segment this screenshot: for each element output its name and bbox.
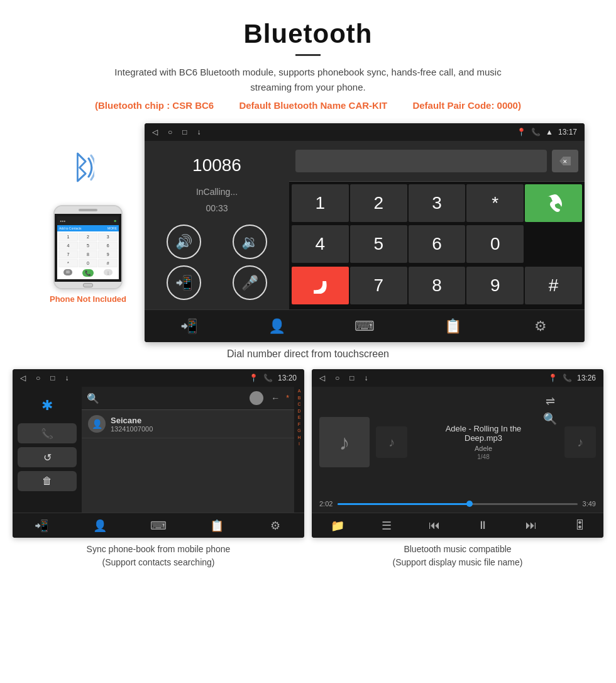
pb-nav-calls[interactable]: 📲 bbox=[26, 513, 57, 538]
music-home-icon[interactable]: ○ bbox=[335, 374, 339, 382]
pb-letter-e[interactable]: E bbox=[294, 414, 304, 421]
specs-line: (Bluetooth chip : CSR BC6 Default Blueto… bbox=[13, 100, 603, 111]
home-nav-icon[interactable]: ○ bbox=[168, 128, 172, 136]
key-5[interactable]: 5 bbox=[350, 225, 407, 263]
music-nav-prev[interactable]: ⏮ bbox=[429, 519, 440, 532]
music-nav-folder[interactable]: 📁 bbox=[331, 519, 344, 533]
pb-call-icon: 📞 bbox=[263, 374, 273, 382]
back-nav-icon[interactable]: ◁ bbox=[152, 128, 158, 136]
pb-search-icon: 🔍 bbox=[87, 392, 99, 404]
key-zero[interactable]: 0 bbox=[466, 225, 524, 263]
pb-back-icon[interactable]: ◁ bbox=[20, 374, 26, 382]
shuffle-icon[interactable]: ⇌ bbox=[546, 394, 555, 408]
pb-letter-c[interactable]: C bbox=[294, 401, 304, 408]
key-1[interactable]: 1 bbox=[292, 184, 349, 222]
bottom-nav: 📲 👤 ⌨ 📋 ⚙ bbox=[145, 309, 585, 342]
pb-letter-h[interactable]: H bbox=[294, 435, 304, 441]
pb-main: 🔍 ← * 👤 Seicane 13241007000 bbox=[82, 387, 294, 513]
call-status-icon: 📞 bbox=[531, 128, 541, 136]
wifi-icon: ▲ bbox=[546, 128, 553, 136]
pb-bluetooth-icon: ✱ bbox=[36, 394, 58, 417]
key-8[interactable]: 8 bbox=[409, 267, 466, 304]
key-7[interactable]: 7 bbox=[350, 267, 407, 304]
pb-circle bbox=[250, 391, 263, 405]
album-art-main: ♪ bbox=[319, 417, 370, 467]
pb-home-icon[interactable]: ○ bbox=[36, 374, 40, 382]
nav-contacts-icon[interactable]: 👤 bbox=[261, 314, 292, 339]
call-button[interactable] bbox=[525, 184, 582, 222]
music-album-area: ♪ ♪ bbox=[319, 394, 424, 490]
car-android-screen: ◁ ○ □ ↓ 📍 📞 ▲ 13:17 10086 InCalling... 0… bbox=[145, 123, 585, 342]
pb-nav-keypad[interactable]: ⌨ bbox=[143, 513, 174, 538]
numpad: 1 2 3 * 4 5 6 0 bbox=[289, 182, 585, 310]
transfer-button[interactable]: 📲 bbox=[167, 265, 201, 300]
pb-status-bar: ◁ ○ □ ↓ 📍 📞 13:20 bbox=[13, 369, 304, 387]
artist-name: Adele bbox=[475, 445, 492, 452]
end-call-button[interactable] bbox=[292, 267, 349, 304]
music-back-icon[interactable]: ◁ bbox=[319, 374, 325, 382]
pb-letter-a[interactable]: A bbox=[294, 388, 304, 395]
pb-back-arrow-icon[interactable]: ← bbox=[271, 393, 280, 403]
key-star[interactable]: * bbox=[466, 184, 524, 222]
music-square-icon[interactable]: □ bbox=[349, 374, 354, 382]
music-info: Adele - Rolling In the Deep.mp3 Adele 1/… bbox=[431, 394, 536, 490]
pb-nav-settings[interactable]: ⚙ bbox=[260, 513, 291, 538]
pb-letter-b[interactable]: B bbox=[294, 395, 304, 402]
pb-contact-name: Seicane bbox=[111, 416, 153, 425]
number-input-field[interactable] bbox=[295, 150, 547, 172]
header-divider bbox=[295, 54, 321, 56]
pb-nav-contacts[interactable]: 👤 bbox=[84, 513, 116, 538]
music-note-icon: ♪ bbox=[339, 430, 350, 455]
nav-keypad-icon[interactable]: ⌨ bbox=[349, 314, 380, 339]
music-car-screen: ◁ ○ □ ↓ 📍 📞 13:26 ♪ ♪ bbox=[312, 369, 603, 538]
music-nav-eq[interactable]: 🎛 bbox=[574, 519, 585, 532]
key-3[interactable]: 3 bbox=[409, 184, 466, 222]
dial-screen: 10086 InCalling... 00:33 🔊 🔉 📲 🎤 bbox=[145, 141, 585, 309]
nav-calls-icon[interactable]: 📲 bbox=[173, 314, 204, 339]
key-9[interactable]: 9 bbox=[466, 267, 524, 304]
pb-phone-btn[interactable]: 📞 bbox=[18, 423, 77, 443]
time-current: 2:02 bbox=[319, 500, 333, 508]
backspace-button[interactable]: ✕ bbox=[552, 150, 578, 172]
pb-contact-info: Seicane 13241007000 bbox=[111, 416, 153, 433]
volume-up-button[interactable]: 🔊 bbox=[167, 225, 201, 259]
key-2[interactable]: 2 bbox=[350, 184, 407, 222]
pb-letter-g[interactable]: G bbox=[294, 428, 304, 435]
pb-letter-d[interactable]: D bbox=[294, 408, 304, 415]
progress-section: 2:02 3:49 bbox=[312, 497, 603, 513]
progress-track[interactable] bbox=[338, 503, 577, 505]
call-timer: 00:33 bbox=[154, 203, 280, 213]
key-6[interactable]: 6 bbox=[409, 225, 466, 263]
phonebook-caption: Sync phone-book from mobile phone(Suppor… bbox=[87, 543, 231, 569]
pb-letter-i[interactable]: I bbox=[294, 441, 304, 448]
pb-contact-item[interactable]: 👤 Seicane 13241007000 bbox=[82, 410, 294, 438]
pb-nav-transfer[interactable]: 📋 bbox=[201, 513, 233, 538]
song-title: Adele - Rolling In the Deep.mp3 bbox=[431, 424, 536, 443]
input-row: ✕ bbox=[289, 141, 585, 182]
music-call-icon: 📞 bbox=[563, 374, 572, 382]
music-nav-play[interactable]: ⏸ bbox=[477, 519, 488, 532]
status-left: ◁ ○ □ ↓ bbox=[152, 128, 201, 136]
music-loc-icon: 📍 bbox=[548, 374, 558, 382]
track-count: 1/48 bbox=[477, 453, 489, 460]
pb-letter-f[interactable]: F bbox=[294, 421, 304, 428]
mute-button[interactable]: 🎤 bbox=[233, 265, 267, 300]
pb-sync-btn[interactable]: ↺ bbox=[18, 447, 77, 467]
pb-time: 13:20 bbox=[278, 374, 297, 382]
key-hash[interactable]: # bbox=[525, 267, 582, 304]
music-nav-list[interactable]: ☰ bbox=[382, 519, 392, 533]
nav-transfer-icon[interactable]: 📋 bbox=[437, 314, 468, 339]
phone-not-included-label: Phone Not Included bbox=[50, 294, 126, 304]
spec-chip: (Bluetooth chip : CSR BC6 bbox=[95, 100, 214, 111]
pb-delete-btn[interactable]: 🗑 bbox=[18, 471, 77, 491]
pb-square-icon[interactable]: □ bbox=[50, 374, 55, 382]
pb-avatar: 👤 bbox=[88, 415, 106, 433]
music-nav-next[interactable]: ⏭ bbox=[525, 519, 537, 532]
progress-bar-row: 2:02 3:49 bbox=[319, 500, 596, 508]
nav-settings-icon[interactable]: ⚙ bbox=[525, 314, 556, 339]
recents-nav-icon[interactable]: □ bbox=[182, 128, 187, 136]
music-search-icon[interactable]: 🔍 bbox=[543, 412, 557, 426]
pb-search-field[interactable] bbox=[104, 391, 245, 406]
volume-down-button[interactable]: 🔉 bbox=[233, 225, 267, 259]
key-4[interactable]: 4 bbox=[292, 225, 349, 263]
